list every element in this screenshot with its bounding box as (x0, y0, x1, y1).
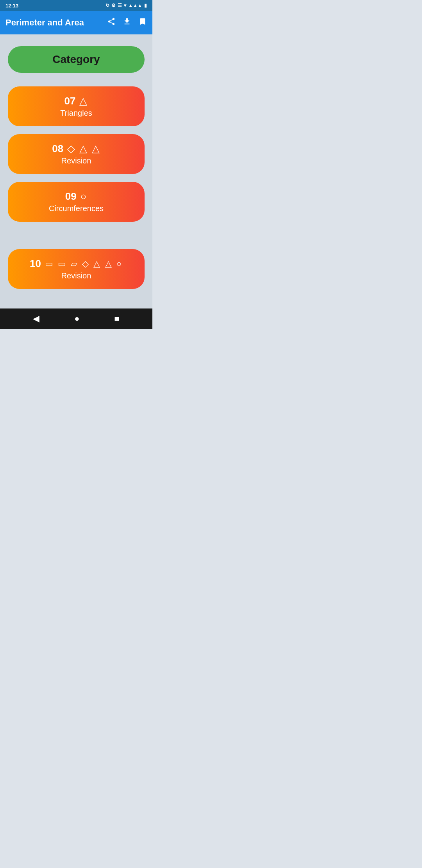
wifi-icon: ▾ (124, 3, 126, 8)
topic-08-content: 08 ◇ △ △ Revision (17, 143, 135, 165)
signal-icon: ▲▲▲ (128, 3, 142, 8)
category-button[interactable]: Category (8, 46, 145, 73)
status-icons: ↻ ⚙ ☰ ▾ ▲▲▲ ▮ (106, 3, 147, 8)
topic-07-button[interactable]: 07 △ Triangles (8, 86, 145, 126)
spacer (8, 230, 145, 249)
topic-08-number: 08 (52, 143, 63, 155)
topic-09-icon: ○ (80, 190, 88, 203)
status-bar: 12:13 ↻ ⚙ ☰ ▾ ▲▲▲ ▮ (0, 0, 152, 11)
topic-08-icon: ◇ △ △ (67, 143, 100, 155)
topic-07-content: 07 △ Triangles (17, 95, 135, 118)
sim-icon: ☰ (118, 3, 122, 8)
status-time: 12:13 (5, 3, 18, 9)
topic-10-icon: ▭ ▭ ▱ ◇ △ △ ○ (45, 259, 123, 269)
topic-07-label: Triangles (60, 109, 92, 118)
download-icon[interactable] (123, 17, 131, 28)
nav-home-icon[interactable]: ● (74, 314, 79, 324)
topic-09-button[interactable]: 09 ○ Circumferences (8, 182, 145, 222)
share-icon[interactable] (107, 17, 116, 28)
topic-08-label: Revision (61, 156, 91, 165)
topic-10-button[interactable]: 10 ▭ ▭ ▱ ◇ △ △ ○ Revision (8, 249, 145, 289)
topic-08-button[interactable]: 08 ◇ △ △ Revision (8, 134, 145, 174)
topic-09-number: 09 (65, 190, 77, 203)
topic-10-label: Revision (61, 271, 91, 280)
topic-07-icon: △ (79, 95, 88, 107)
app-bar: Perimeter and Area (0, 11, 152, 34)
download2-icon[interactable] (138, 17, 147, 28)
topic-09-content: 09 ○ Circumferences (17, 190, 135, 213)
topic-10-number: 10 (30, 258, 41, 270)
sync-icon: ↻ (106, 3, 109, 8)
toolbar-icons (107, 17, 147, 28)
battery-icon: ▮ (144, 3, 147, 8)
nav-back-icon[interactable]: ◀ (33, 314, 39, 324)
topic-07-number: 07 (64, 95, 76, 107)
nav-bar: ◀ ● ■ (0, 308, 152, 329)
content-area: Category 07 △ Triangles 08 ◇ △ △ Revisio… (0, 34, 152, 308)
topic-10-content: 10 ▭ ▭ ▱ ◇ △ △ ○ Revision (17, 258, 135, 280)
nav-recent-icon[interactable]: ■ (114, 314, 119, 324)
topic-09-label: Circumferences (49, 204, 104, 213)
app-title: Perimeter and Area (5, 18, 103, 28)
settings-icon: ⚙ (111, 3, 116, 8)
